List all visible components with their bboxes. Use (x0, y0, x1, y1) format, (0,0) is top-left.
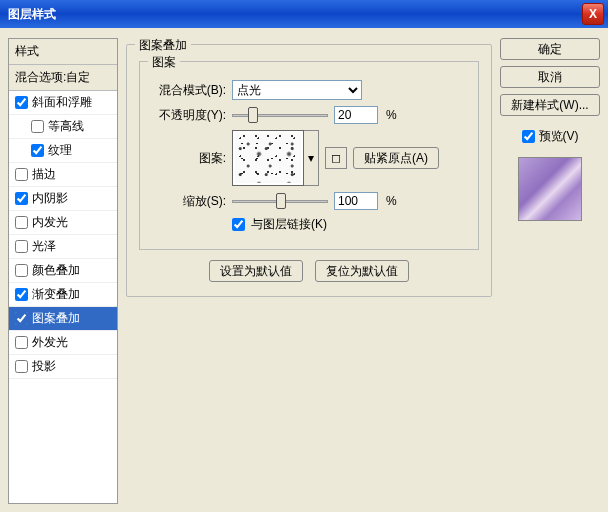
scale-label: 缩放(S): (150, 193, 226, 210)
style-item-checkbox[interactable] (15, 312, 28, 325)
style-item-3[interactable]: 描边 (9, 163, 117, 187)
link-layer-checkbox[interactable] (232, 218, 245, 231)
style-item-checkbox[interactable] (31, 144, 44, 157)
percent-sign: % (386, 108, 397, 122)
ok-button[interactable]: 确定 (500, 38, 600, 60)
style-item-checkbox[interactable] (15, 288, 28, 301)
style-item-label: 纹理 (48, 142, 72, 159)
scale-input[interactable] (334, 192, 378, 210)
style-item-label: 光泽 (32, 238, 56, 255)
style-item-checkbox[interactable] (15, 264, 28, 277)
style-item-checkbox[interactable] (15, 168, 28, 181)
style-item-9[interactable]: 图案叠加 (9, 307, 117, 331)
style-item-label: 投影 (32, 358, 56, 375)
new-preset-button[interactable]: ◻ (325, 147, 347, 169)
scale-slider[interactable] (232, 192, 328, 210)
blend-mode-label: 混合模式(B): (150, 82, 226, 99)
set-default-button[interactable]: 设置为默认值 (209, 260, 303, 282)
opacity-slider[interactable] (232, 106, 328, 124)
style-item-10[interactable]: 外发光 (9, 331, 117, 355)
style-item-checkbox[interactable] (15, 240, 28, 253)
style-item-1[interactable]: 等高线 (9, 115, 117, 139)
style-item-checkbox[interactable] (31, 120, 44, 133)
style-item-label: 内阴影 (32, 190, 68, 207)
style-item-0[interactable]: 斜面和浮雕 (9, 91, 117, 115)
pattern-swatch[interactable] (232, 130, 304, 186)
pattern-overlay-group: 图案叠加 图案 混合模式(B): 点光 不透明度(Y): % 图案: (126, 44, 492, 297)
snap-origin-button[interactable]: 贴紧原点(A) (353, 147, 439, 169)
pattern-dropdown-button[interactable]: ▾ (303, 130, 319, 186)
style-item-7[interactable]: 颜色叠加 (9, 259, 117, 283)
blend-mode-select[interactable]: 点光 (232, 80, 362, 100)
style-item-label: 内发光 (32, 214, 68, 231)
preview-checkbox[interactable] (522, 130, 535, 143)
style-item-label: 图案叠加 (32, 310, 80, 327)
chevron-down-icon: ▾ (308, 151, 314, 165)
style-item-checkbox[interactable] (15, 96, 28, 109)
style-item-4[interactable]: 内阴影 (9, 187, 117, 211)
percent-sign: % (386, 194, 397, 208)
new-style-button[interactable]: 新建样式(W)... (500, 94, 600, 116)
style-item-label: 等高线 (48, 118, 84, 135)
style-item-checkbox[interactable] (15, 216, 28, 229)
style-item-2[interactable]: 纹理 (9, 139, 117, 163)
opacity-label: 不透明度(Y): (150, 107, 226, 124)
pattern-label: 图案: (150, 150, 226, 167)
style-item-checkbox[interactable] (15, 192, 28, 205)
preview-label: 预览(V) (539, 128, 579, 145)
link-layer-label: 与图层链接(K) (251, 216, 327, 233)
cancel-button[interactable]: 取消 (500, 66, 600, 88)
style-item-6[interactable]: 光泽 (9, 235, 117, 259)
close-button[interactable]: X (582, 3, 604, 25)
styles-header: 样式 (9, 39, 117, 65)
inner-title: 图案 (148, 54, 180, 71)
window-title: 图层样式 (4, 6, 582, 23)
style-item-label: 颜色叠加 (32, 262, 80, 279)
style-item-5[interactable]: 内发光 (9, 211, 117, 235)
close-icon: X (589, 7, 597, 21)
style-item-11[interactable]: 投影 (9, 355, 117, 379)
group-title: 图案叠加 (135, 37, 191, 54)
preview-thumbnail (518, 157, 582, 221)
opacity-input[interactable] (334, 106, 378, 124)
style-item-label: 外发光 (32, 334, 68, 351)
style-item-label: 斜面和浮雕 (32, 94, 92, 111)
styles-list: 样式 混合选项:自定 斜面和浮雕等高线纹理描边内阴影内发光光泽颜色叠加渐变叠加图… (8, 38, 118, 504)
style-item-checkbox[interactable] (15, 336, 28, 349)
new-preset-icon: ◻ (331, 151, 341, 165)
style-item-label: 描边 (32, 166, 56, 183)
style-item-label: 渐变叠加 (32, 286, 80, 303)
style-item-8[interactable]: 渐变叠加 (9, 283, 117, 307)
pattern-inner-group: 图案 混合模式(B): 点光 不透明度(Y): % 图案: ▾ (139, 61, 479, 250)
blend-options-header[interactable]: 混合选项:自定 (9, 65, 117, 91)
style-item-checkbox[interactable] (15, 360, 28, 373)
reset-default-button[interactable]: 复位为默认值 (315, 260, 409, 282)
